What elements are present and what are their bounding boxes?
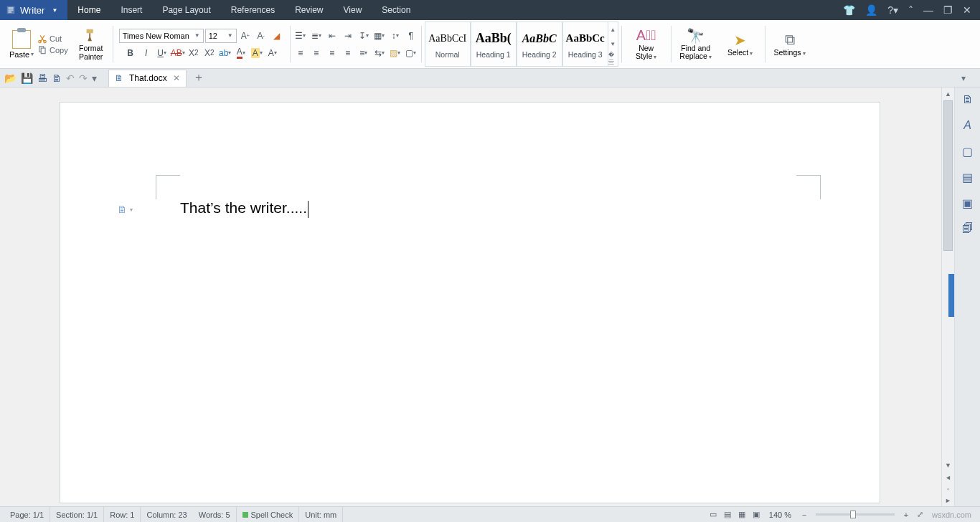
- find-replace-button[interactable]: 🔭 Find and Replace: [674, 22, 717, 67]
- zoom-thumb[interactable]: [850, 511, 856, 518]
- sidepanel-image-icon[interactable]: ▣: [960, 195, 976, 211]
- next-page-button[interactable]: ►: [942, 495, 954, 506]
- sort-button[interactable]: ↧▾: [357, 29, 371, 43]
- sidepanel-clipboard-icon[interactable]: 🗐: [960, 221, 976, 237]
- paste-button[interactable]: Paste: [6, 30, 37, 59]
- numbering-button[interactable]: ≣▾: [309, 29, 324, 43]
- sidepanel-page-icon[interactable]: 🗎: [960, 92, 976, 108]
- menu-section[interactable]: Section: [372, 0, 420, 20]
- print-preview-button[interactable]: 🗎: [52, 72, 62, 84]
- view-web-layout-button[interactable]: ▦: [735, 509, 749, 521]
- side-panel-handle[interactable]: [948, 274, 954, 317]
- paragraph-handle-icon[interactable]: 🗎: [117, 204, 133, 215]
- distributed-button[interactable]: ≡▾: [357, 46, 371, 60]
- bold-button[interactable]: B: [123, 46, 138, 60]
- style-heading-3[interactable]: AaBbCcHeading 3: [562, 22, 608, 67]
- document-tab[interactable]: 🗎 That.docx ✕: [108, 70, 187, 87]
- shading-button[interactable]: ▨▾: [388, 46, 402, 60]
- view-print-layout-button[interactable]: ▭: [706, 509, 720, 521]
- font-color-button[interactable]: A▾: [234, 46, 248, 60]
- strikethrough-button[interactable]: AB▾: [171, 46, 185, 60]
- status-column[interactable]: Column: 23: [141, 507, 192, 522]
- superscript-button[interactable]: X2: [187, 46, 201, 60]
- status-row[interactable]: Row: 1: [104, 507, 141, 522]
- menu-insert[interactable]: Insert: [110, 0, 152, 20]
- bullets-button[interactable]: ☰▾: [293, 29, 308, 43]
- paragraph-border-button[interactable]: ▢▾: [404, 46, 418, 60]
- menu-view[interactable]: View: [334, 0, 372, 20]
- sidepanel-nav-icon[interactable]: ▤: [960, 169, 976, 185]
- change-case-button[interactable]: ab▾: [218, 46, 232, 60]
- menu-references[interactable]: References: [221, 0, 285, 20]
- show-marks-button[interactable]: ¶: [404, 29, 418, 43]
- open-button[interactable]: 📂: [4, 72, 17, 84]
- decrease-indent-button[interactable]: ⇤: [325, 29, 339, 43]
- redo-button[interactable]: ↷: [79, 72, 88, 84]
- select-button[interactable]: ➤ Select: [719, 22, 762, 67]
- view-outline-button[interactable]: ▤: [720, 509, 735, 521]
- styles-scroll[interactable]: ▲▼�亖: [608, 22, 618, 67]
- new-tab-button[interactable]: ＋: [191, 70, 207, 86]
- zoom-out-button[interactable]: −: [797, 509, 811, 521]
- scroll-thumb[interactable]: [943, 100, 953, 251]
- tab-list-button[interactable]: ▾: [961, 73, 976, 83]
- minimize-icon[interactable]: —: [923, 4, 933, 16]
- close-icon[interactable]: ✕: [963, 4, 971, 16]
- settings-button[interactable]: ⧉ Settings: [768, 22, 811, 67]
- document-body-text[interactable]: That’s the writer.....: [180, 199, 308, 218]
- align-right-button[interactable]: ≡: [325, 46, 339, 60]
- style-heading-1[interactable]: AaBb(Heading 1: [471, 22, 517, 67]
- zoom-value[interactable]: 140 %: [763, 507, 797, 522]
- menu-page-layout[interactable]: Page Layout: [152, 0, 220, 20]
- style-heading-2[interactable]: AaBbCHeading 2: [517, 22, 562, 67]
- fit-page-button[interactable]: ⤢: [913, 509, 928, 521]
- shrink-font-button[interactable]: A-: [254, 29, 268, 43]
- view-fullscreen-button[interactable]: ▣: [749, 509, 763, 521]
- status-words[interactable]: Words: 5: [193, 507, 237, 522]
- increase-indent-button[interactable]: ⇥: [341, 29, 355, 43]
- status-page[interactable]: Page: 1/1: [4, 507, 50, 522]
- borders-button[interactable]: ▦▾: [372, 29, 387, 43]
- status-unit[interactable]: Unit: mm: [299, 507, 343, 522]
- cut-button[interactable]: Cut: [37, 34, 68, 44]
- app-menu-button[interactable]: Writer ▼: [0, 0, 67, 20]
- character-shading-button[interactable]: A▾: [265, 46, 280, 60]
- sidepanel-shapes-icon[interactable]: ▢: [960, 143, 976, 159]
- skin-icon[interactable]: 👕: [843, 4, 855, 16]
- qat-more-icon[interactable]: ▾: [92, 72, 97, 84]
- menu-review[interactable]: Review: [285, 0, 333, 20]
- align-center-button[interactable]: ≡: [309, 46, 324, 60]
- highlight-button[interactable]: A▾: [250, 46, 264, 60]
- new-style-button[interactable]: A̲ͣ New Style: [625, 22, 668, 67]
- copy-button[interactable]: Copy: [37, 45, 68, 55]
- clear-formatting-button[interactable]: ◢: [270, 29, 284, 43]
- font-size-select[interactable]: 12▼: [205, 29, 237, 43]
- zoom-slider[interactable]: [816, 513, 895, 516]
- sidepanel-font-icon[interactable]: A: [960, 118, 976, 133]
- justify-button[interactable]: ≡: [341, 46, 355, 60]
- font-name-select[interactable]: Times New Roman▼: [119, 29, 204, 43]
- subscript-button[interactable]: X2: [202, 46, 217, 60]
- restore-icon[interactable]: ❐: [943, 4, 953, 16]
- style-normal[interactable]: AaBbCcINormal: [425, 22, 471, 67]
- undo-button[interactable]: ↶: [66, 72, 75, 84]
- print-button[interactable]: 🖶: [37, 72, 47, 84]
- align-left-button[interactable]: ≡: [293, 46, 308, 60]
- scroll-down-button[interactable]: ▼: [942, 459, 954, 472]
- status-section[interactable]: Section: 1/1: [50, 507, 104, 522]
- line-spacing-button[interactable]: ↕▾: [388, 29, 402, 43]
- grow-font-button[interactable]: A+: [238, 29, 253, 43]
- scroll-up-button[interactable]: ▲: [942, 87, 954, 100]
- zoom-in-button[interactable]: +: [899, 509, 913, 521]
- close-tab-button[interactable]: ✕: [173, 73, 180, 83]
- canvas[interactable]: 🗎 That’s the writer.....: [0, 87, 941, 506]
- save-button[interactable]: 💾: [21, 72, 33, 84]
- underline-button[interactable]: U▾: [155, 46, 169, 60]
- italic-button[interactable]: I: [139, 46, 154, 60]
- object-browse-button[interactable]: ◦: [942, 483, 954, 495]
- collapse-ribbon-icon[interactable]: ˄: [908, 4, 913, 16]
- help-icon[interactable]: ?▾: [887, 4, 898, 16]
- prev-page-button[interactable]: ◄: [942, 472, 954, 483]
- menu-home[interactable]: Home: [67, 0, 110, 20]
- tab-stops-button[interactable]: ⇆▾: [372, 46, 387, 60]
